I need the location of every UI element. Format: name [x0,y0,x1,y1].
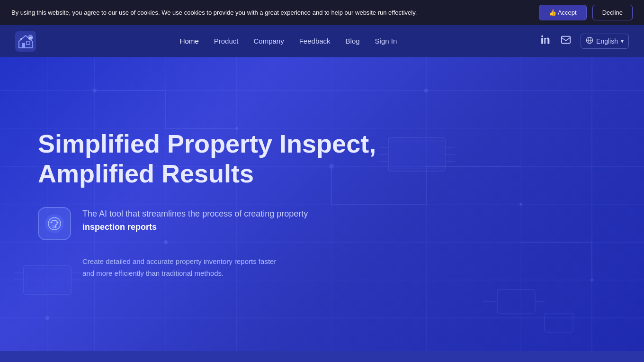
hero-desc-plain: The AI tool that streamlines the process… [82,209,308,218]
nav-item-home[interactable]: Home [180,37,199,45]
svg-point-50 [48,217,61,230]
nav-link-signin[interactable]: Sign In [375,37,397,45]
email-icon[interactable] [561,35,571,47]
chevron-down-icon: ▾ [621,38,624,45]
svg-rect-33 [391,140,443,169]
navbar: iL AI Home Product Company Feedback Blog… [0,25,644,57]
ai-icon [45,214,64,233]
svg-rect-7 [562,36,570,44]
nav-links: Home Product Company Feedback Blog Sign … [180,37,397,45]
cookie-banner-text: By using this website, you agree to our … [11,8,531,18]
hero-title-line1: Simplified Property Inspect, [38,129,376,158]
hero-sub-line2: and more efficiently than traditional me… [82,269,224,277]
language-selector[interactable]: English ▾ [581,34,629,49]
nav-item-product[interactable]: Product [214,37,239,45]
decline-button[interactable]: Decline [592,5,633,20]
svg-rect-0 [15,31,36,52]
nav-item-company[interactable]: Company [253,37,284,45]
hero-title: Simplified Property Inspect, Amplified R… [38,129,398,188]
hero-sub-text: Create detailed and accurate property in… [82,255,310,280]
nav-item-blog[interactable]: Blog [346,37,360,45]
svg-text:AI: AI [29,36,32,39]
globe-icon [586,36,593,46]
nav-link-company[interactable]: Company [253,37,284,45]
logo-icon: iL AI [15,31,36,52]
hero-content: Simplified Property Inspect, Amplified R… [38,129,398,279]
accept-button[interactable]: 👍 Accept [539,5,587,20]
hero-description-text: The AI tool that streamlines the process… [82,207,310,235]
ai-icon-wrapper [38,207,71,240]
nav-right: English ▾ [541,34,629,49]
nav-link-blog[interactable]: Blog [346,37,360,45]
logo[interactable]: iL AI [15,31,36,52]
nav-link-feedback[interactable]: Feedback [299,37,331,45]
svg-point-27 [424,89,428,92]
nav-item-feedback[interactable]: Feedback [299,37,331,45]
cookie-banner: By using this website, you agree to our … [0,0,644,25]
cookie-buttons: 👍 Accept Decline [539,5,633,20]
svg-rect-46 [497,290,535,313]
nav-item-signin[interactable]: Sign In [375,37,397,45]
hero-title-line2: Amplified Results [38,159,254,188]
svg-rect-1 [22,43,25,48]
nav-link-product[interactable]: Product [214,37,239,45]
svg-text:iL: iL [20,37,23,41]
svg-point-28 [519,203,522,206]
language-label: English [596,37,618,45]
linkedin-icon[interactable] [541,35,551,47]
hero-description: The AI tool that streamlines the process… [38,207,398,240]
hero-section: Simplified Property Inspect, Amplified R… [0,57,644,351]
hero-sub-line1: Create detailed and accurate property in… [82,257,276,265]
nav-link-home[interactable]: Home [180,37,199,45]
svg-point-31 [45,316,49,320]
hero-desc-bold: inspection reports [82,222,157,232]
svg-rect-47 [545,313,573,332]
